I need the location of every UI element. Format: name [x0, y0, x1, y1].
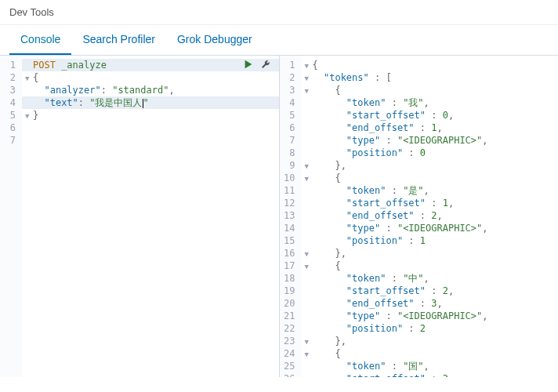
code-token: "standard" [112, 85, 168, 96]
fold-arrow-icon[interactable]: ▼ [305, 72, 313, 85]
code-token: , [448, 198, 454, 209]
code-token: }, [335, 248, 346, 259]
wrench-icon[interactable] [260, 59, 271, 70]
code-token: , [424, 273, 429, 284]
code-line[interactable]: "token" : "是", [302, 184, 559, 197]
tab-console[interactable]: Console [9, 25, 71, 55]
code-line[interactable]: "type" : "<IDEOGRAPHIC>", [302, 310, 559, 322]
fold-arrow-icon[interactable]: ▼ [25, 110, 33, 122]
tab-search-profiler[interactable]: Search Profiler [71, 25, 166, 55]
code-token: : [380, 135, 397, 146]
code-line[interactable]: ▼{ [302, 59, 559, 71]
code-line[interactable]: ▼ { [302, 172, 559, 184]
code-line[interactable]: "type" : "<IDEOGRAPHIC>", [302, 134, 559, 147]
code-line[interactable]: POST _analyze [22, 59, 279, 71]
code-token: }, [335, 160, 346, 171]
code-token: "tokens" [324, 72, 369, 83]
fold-arrow-icon[interactable]: ▼ [305, 60, 313, 72]
request-editor[interactable]: 1234567 POST _analyze▼{ "analyzer": "sta… [0, 56, 279, 377]
fold-arrow-icon[interactable]: ▼ [305, 260, 313, 273]
code-line[interactable]: "start_offset" : 0, [302, 109, 559, 122]
code-token: "type" [346, 310, 380, 321]
code-token: "start_offset" [346, 110, 426, 121]
code-token [33, 97, 44, 108]
code-line[interactable]: "end_offset" : 3, [302, 297, 559, 310]
fold-arrow-icon[interactable]: ▼ [305, 348, 313, 361]
line-number: 1 [3, 59, 16, 71]
fold-arrow-icon[interactable]: ▼ [305, 85, 313, 97]
code-token [313, 373, 346, 377]
response-editor[interactable]: 1234567891011121314151617181920212223242… [280, 56, 559, 377]
code-token: "国" [403, 361, 423, 372]
code-token [33, 85, 44, 96]
fold-arrow-icon[interactable]: ▼ [305, 248, 313, 260]
play-icon[interactable] [243, 59, 254, 70]
code-token [313, 348, 335, 359]
fold-arrow-icon[interactable]: ▼ [25, 72, 33, 85]
code-line[interactable]: "text": "我是中国人" [22, 96, 279, 109]
code-line[interactable] [22, 122, 279, 134]
code-line[interactable]: "start_offset" : 3, [302, 372, 559, 377]
code-line[interactable]: "analyzer": "standard", [22, 84, 279, 96]
code-token: "token" [346, 273, 386, 284]
tab-grok-debugger[interactable]: Grok Debugger [166, 25, 263, 55]
fold-arrow-icon[interactable]: ▼ [305, 336, 313, 348]
fold-arrow-icon[interactable]: ▼ [305, 160, 313, 172]
code-token [313, 223, 346, 234]
line-number: 5 [3, 109, 16, 122]
line-number: 4 [283, 96, 295, 109]
code-line[interactable]: "token" : "中", [302, 272, 559, 285]
line-number: 10 [283, 172, 295, 184]
code-token: "start_offset" [346, 198, 426, 209]
code-line[interactable]: "start_offset" : 2, [302, 285, 559, 297]
code-token: : [415, 298, 432, 309]
code-token: 0 [443, 110, 448, 121]
code-token: { [33, 72, 38, 83]
code-line[interactable]: "start_offset" : 1, [302, 197, 559, 209]
code-token: 1 [443, 198, 448, 209]
code-token: }, [335, 336, 346, 347]
code-line[interactable]: ▼ { [302, 260, 559, 272]
code-line[interactable]: "position" : 1 [302, 234, 559, 247]
code-line[interactable] [22, 134, 279, 147]
code-line[interactable]: "token" : "国", [302, 360, 559, 372]
code-token: : [403, 323, 420, 334]
code-line[interactable]: ▼{ [22, 71, 279, 84]
code-line[interactable]: ▼ { [302, 347, 559, 360]
code-token: "我是中国人 [89, 97, 142, 108]
code-token: : [426, 373, 443, 377]
code-line[interactable]: ▼} [22, 109, 279, 122]
line-number: 8 [283, 147, 295, 159]
code-line[interactable]: "end_offset" : 2, [302, 209, 559, 222]
line-number: 24 [283, 347, 295, 360]
code-token: : [386, 185, 403, 196]
code-line[interactable]: "token" : "我", [302, 96, 559, 109]
code-token [313, 298, 346, 309]
line-number: 16 [283, 247, 295, 260]
code-line[interactable]: ▼ { [302, 84, 559, 96]
code-token: : [426, 285, 443, 296]
line-number: 23 [283, 335, 295, 347]
code-line[interactable]: ▼ }, [302, 247, 559, 260]
code-token: "end_offset" [346, 122, 415, 133]
code-line[interactable]: ▼ }, [302, 335, 559, 347]
code-token: { [313, 60, 318, 71]
code-line[interactable]: "position" : 0 [302, 147, 559, 159]
line-number: 18 [283, 272, 295, 285]
code-token: , [448, 285, 454, 296]
code-token: , [482, 223, 487, 234]
code-token: "text" [44, 97, 78, 108]
code-line[interactable]: ▼ }, [302, 159, 559, 172]
code-token: "type" [346, 223, 380, 234]
code-line[interactable]: ▼ "tokens" : [ [302, 71, 559, 84]
code-line[interactable]: "type" : "<IDEOGRAPHIC>", [302, 222, 559, 234]
code-line[interactable]: "end_offset" : 1, [302, 122, 559, 134]
code-token [313, 85, 335, 96]
code-line[interactable]: "position" : 2 [302, 322, 559, 335]
line-number: 6 [283, 122, 295, 134]
fold-arrow-icon[interactable]: ▼ [305, 172, 313, 185]
request-actions [243, 59, 271, 70]
line-number: 15 [283, 234, 295, 247]
line-number: 26 [283, 372, 295, 377]
line-number: 7 [283, 134, 295, 147]
